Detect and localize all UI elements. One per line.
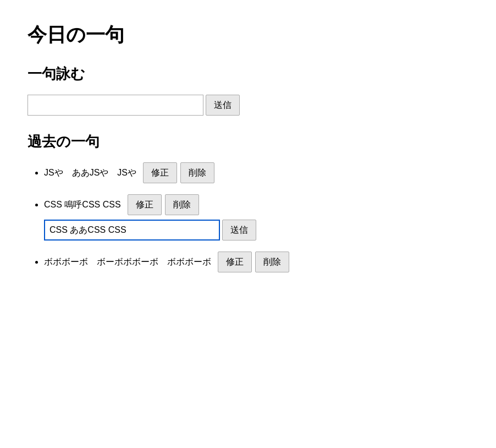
haiku-item-row: CSS 鳴呼CSS CSS修正削除 [44,194,469,215]
haiku-item: ボボボーボ ボーボボボーボ ボボボーボ修正削除 [44,252,469,272]
edit-row: 送信 [44,220,469,241]
haiku-item: JSや ああJSや JSや修正削除 [44,162,469,183]
delete-button[interactable]: 削除 [165,194,199,215]
compose-section: 一句詠む 送信 [27,64,469,116]
haiku-text: CSS 鳴呼CSS CSS [44,199,121,211]
haiku-item-row: ボボボーボ ボーボボボーボ ボボボーボ修正削除 [44,252,469,272]
delete-button[interactable]: 削除 [180,162,214,183]
compose-submit-button[interactable]: 送信 [206,95,240,116]
haiku-text: ボボボーボ ボーボボボーボ ボボボーボ [44,256,211,268]
haiku-item: CSS 鳴呼CSS CSS修正削除送信 [44,194,469,241]
edit-button[interactable]: 修正 [143,162,177,183]
past-heading: 過去の一句 [27,132,469,151]
edit-button[interactable]: 修正 [128,194,162,215]
past-section: 過去の一句 JSや ああJSや JSや修正削除CSS 鳴呼CSS CSS修正削除… [27,132,469,272]
compose-heading: 一句詠む [27,64,469,84]
haiku-text: JSや ああJSや JSや [44,167,136,179]
edit-submit-button[interactable]: 送信 [222,220,256,241]
compose-input[interactable] [27,95,203,116]
haiku-list: JSや ああJSや JSや修正削除CSS 鳴呼CSS CSS修正削除送信ボボボー… [27,162,469,272]
edit-input[interactable] [44,220,220,241]
delete-button[interactable]: 削除 [255,252,289,272]
haiku-item-row: JSや ああJSや JSや修正削除 [44,162,469,183]
page-title: 今日の一句 [27,22,469,48]
compose-input-row: 送信 [27,95,469,116]
edit-button[interactable]: 修正 [218,252,252,272]
